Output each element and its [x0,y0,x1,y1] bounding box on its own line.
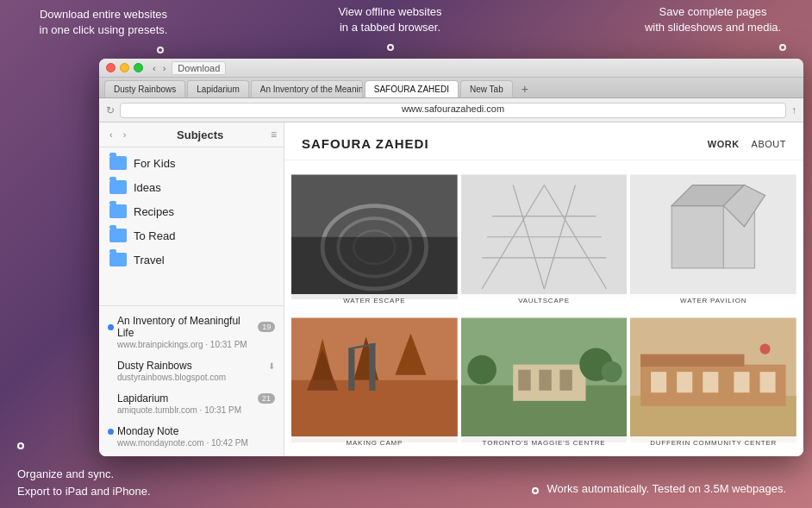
unread-dot-3 [108,429,114,435]
reading-item-meta-1: dustyrainbows.blogspot.com [108,373,275,382]
sidebar-item-to-read[interactable]: To Read [99,223,284,248]
reload-icon[interactable]: ↻ [106,104,115,116]
svg-rect-30 [518,369,530,390]
grid-label-2: WATER PAVILION [630,294,796,307]
svg-rect-14 [671,206,723,268]
reading-item-0[interactable]: An Inventory of Meaningful Life 19 www.b… [99,310,284,354]
folder-icon-to-read [109,229,127,242]
nav-work[interactable]: WORK [708,139,740,149]
sidebar-title: Subjects [133,129,267,141]
sidebar-item-label-for-kids: For Kids [134,157,175,170]
sidebar: ‹ › Subjects ≡ For Kids Ideas Recipes [99,122,284,456]
address-bar: ↻ www.safourazahedi.com ↑ [99,98,803,122]
grid-item-4[interactable]: TORONTO'S MAGGIE'S CENTRE [461,310,628,450]
forward-button[interactable]: › [160,63,169,73]
grid-label-1: VAULTSCAPE [461,294,628,307]
folder-icon-ideas [109,180,127,194]
browser-window: ‹ › Download Dusty Rainbows Lapidarium A… [99,59,803,456]
svg-point-33 [467,354,497,384]
sidebar-header: ‹ › Subjects ≡ [99,122,284,147]
image-grid: WATER ESCAPE [284,160,803,456]
svg-rect-39 [640,354,744,366]
sidebar-item-label-to-read: To Read [134,229,175,242]
tab-dusty-rainbows[interactable]: Dusty Rainbows [104,80,185,97]
sidebar-item-label-travel: Travel [134,254,165,267]
reading-item-title-0: An Inventory of Meaningful Life [117,315,254,339]
sidebar-items: For Kids Ideas Recipes To Read Travel [99,147,284,305]
maximize-button[interactable] [134,63,143,72]
grid-item-5[interactable]: DUFFERIN COMMUNITY CENTER [630,310,796,450]
address-field[interactable]: www.safourazahedi.com [120,103,786,118]
sidebar-back-button[interactable]: ‹ [106,128,116,141]
reading-item-2[interactable]: Lapidarium 21 amiquote.tumblr.com · 10:3… [99,387,284,420]
reading-item-meta-0: www.brainpickings.org · 10:31 PM [108,340,275,349]
tab-inventory[interactable]: An Inventory of the Meaning... ✕ [251,80,363,97]
web-content: SAFOURA ZAHEDI WORK ABOUT [284,122,803,456]
reading-item-1[interactable]: Dusty Rainbows ⬇ dustyrainbows.blogspot.… [99,354,284,387]
reading-item-title-3: Monday Note [117,425,178,437]
nav-about[interactable]: ABOUT [752,139,786,149]
badge-0: 19 [258,322,275,332]
reading-list: An Inventory of Meaningful Life 19 www.b… [99,305,284,456]
svg-rect-40 [651,372,666,392]
annotation-top-left: Download entire websites in one click us… [17,7,190,38]
sidebar-item-for-kids[interactable]: For Kids [99,151,284,175]
sidebar-menu-icon[interactable]: ≡ [271,129,277,141]
folder-icon-for-kids [109,156,127,170]
annotation-top-right: Save complete pages with slideshows and … [627,4,799,35]
browser-content: ‹ › Subjects ≡ For Kids Ideas Recipes [99,122,803,456]
download-icon-1: ⬇ [268,361,275,371]
site-title: SAFOURA ZAHEDI [302,136,429,151]
nav-buttons: ‹ › [150,63,168,73]
grid-label-3: MAKING CAMP [291,436,458,449]
svg-rect-41 [678,372,693,392]
svg-point-35 [601,361,621,382]
annotation-top-mid: View offline websites in a tabbed browse… [310,4,470,35]
back-button[interactable]: ‹ [150,63,159,73]
svg-point-45 [760,343,771,354]
grid-item-3[interactable]: MAKING CAMP [291,310,458,450]
new-tab-button[interactable]: + [516,80,534,97]
download-button[interactable]: Download [172,61,226,75]
close-button[interactable] [106,63,116,72]
annotation-bottom-left: Organize and sync. Export to iPad and iP… [17,449,151,500]
sidebar-item-label-ideas: Ideas [134,181,161,194]
folder-icon-travel [109,253,127,267]
title-bar: ‹ › Download [99,59,803,78]
svg-rect-44 [760,372,776,392]
reading-item-title-2: Lapidarium [108,392,168,405]
annotation-bottom-right: Works automatically. Tested on 3.5M webp… [532,482,786,495]
reading-item-title-1: Dusty Rainbows [108,360,192,372]
svg-rect-43 [734,372,750,392]
sidebar-item-recipes[interactable]: Recipes [99,199,284,223]
grid-label-4: TORONTO'S MAGGIE'S CENTRE [461,436,628,449]
folder-icon-recipes [109,204,127,218]
svg-rect-32 [559,369,572,390]
grid-item-1[interactable]: VAULTSCAPE [461,167,628,307]
badge-2: 21 [258,393,275,404]
reading-item-3[interactable]: Monday Note www.mondaynote.com · 10:42 P… [99,420,284,453]
reading-item-meta-3: www.mondaynote.com · 10:42 PM [108,438,275,448]
svg-rect-31 [539,369,551,390]
tab-new-tab[interactable]: New Tab [460,80,513,97]
grid-item-2[interactable]: WATER PAVILION [630,167,796,307]
reading-item-meta-2: amiquote.tumblr.com · 10:31 PM [108,405,275,415]
sidebar-item-ideas[interactable]: Ideas [99,175,284,199]
tabs-bar: Dusty Rainbows Lapidarium An Inventory o… [99,78,803,98]
svg-rect-25 [369,343,375,390]
grid-label-0: WATER ESCAPE [291,294,458,307]
sidebar-forward-button[interactable]: › [120,128,130,141]
grid-label-5: DUFFERIN COMMUNITY CENTER [630,436,796,449]
sidebar-item-travel[interactable]: Travel [99,248,284,272]
tab-safoura[interactable]: SAFOURA ZAHEDI [365,80,459,97]
grid-item-0[interactable]: WATER ESCAPE [291,167,458,307]
unread-dot-0 [108,324,114,330]
minimize-button[interactable] [120,63,129,72]
traffic-lights [106,63,143,72]
share-icon[interactable]: ↑ [791,104,796,116]
svg-rect-4 [291,237,458,299]
sidebar-item-label-recipes: Recipes [134,205,174,218]
tab-lapidarium[interactable]: Lapidarium [187,80,248,97]
site-nav: WORK ABOUT [708,139,786,149]
site-header: SAFOURA ZAHEDI WORK ABOUT [284,122,803,160]
